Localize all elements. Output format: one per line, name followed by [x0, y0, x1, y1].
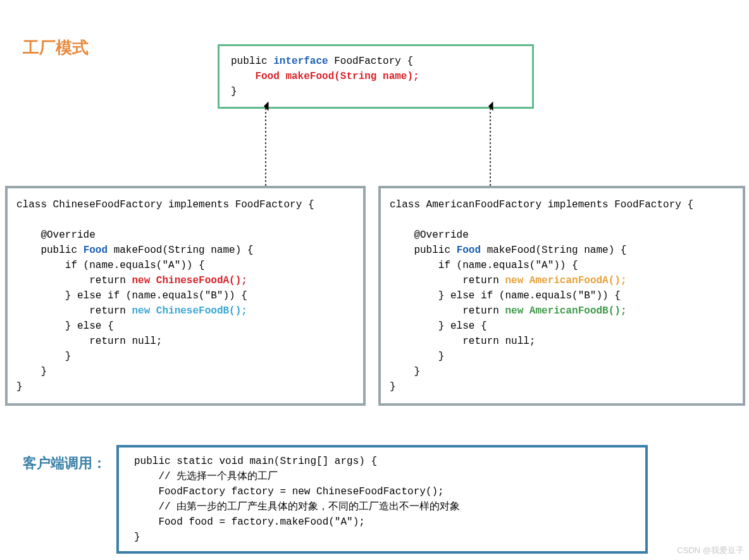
code: return: [16, 275, 132, 286]
class-american-a: AmericanFoodA();: [529, 275, 627, 286]
code: @Override: [390, 229, 469, 241]
code: } else {: [390, 320, 487, 332]
code: } else if (name.equals("B")) {: [16, 290, 247, 301]
code: // 由第一步的工厂产生具体的对象，不同的工厂造出不一样的对象: [134, 501, 460, 513]
code: FoodFactory factory = new ChineseFoodFac…: [134, 486, 444, 497]
code: }: [134, 532, 140, 543]
american-factory-box: class AmericanFoodFactory implements Foo…: [378, 186, 745, 406]
connector-right: [484, 101, 497, 187]
code: } else {: [16, 320, 114, 332]
code: }: [16, 381, 23, 393]
code: makeFood(String name) {: [108, 245, 253, 256]
code: } else if (name.equals("B")) {: [390, 290, 621, 301]
chinese-factory-box: class ChineseFoodFactory implements Food…: [5, 186, 366, 406]
watermark: CSDN @我爱豆子: [677, 544, 744, 557]
code: @Override: [16, 229, 96, 241]
kw-new: new: [505, 305, 523, 317]
class-american-b: AmericanFoodB();: [529, 305, 627, 317]
code: class ChineseFoodFactory implements Food…: [16, 199, 314, 210]
code: }: [16, 366, 47, 377]
code: }: [390, 366, 420, 377]
code: Food food = factory.makeFood("A");: [134, 516, 365, 528]
code: [150, 305, 156, 317]
code: [150, 275, 156, 286]
title-client: 客户端调用：: [23, 453, 106, 473]
code: if (name.equals("A")) {: [16, 260, 205, 271]
code: public: [231, 56, 273, 67]
title-main: 工厂模式: [23, 35, 89, 60]
interface-box: public interface FoodFactory { Food make…: [218, 44, 534, 109]
code: }: [390, 381, 396, 393]
code: class AmericanFoodFactory implements Foo…: [390, 199, 693, 210]
code: }: [16, 351, 71, 362]
code: FoodFactory {: [328, 56, 413, 67]
code: }: [231, 86, 237, 97]
code: return: [390, 275, 505, 286]
code: public static void main(String[] args) {: [134, 456, 377, 467]
code: return: [390, 305, 505, 317]
class-chinese-a: ChineseFoodA();: [156, 275, 247, 286]
code: return: [16, 305, 132, 317]
code: public: [16, 245, 84, 256]
code: [523, 305, 529, 317]
type-food: Food: [457, 245, 481, 256]
code: return null;: [390, 336, 535, 347]
kw-new: new: [505, 275, 523, 286]
code-indent: [231, 71, 255, 82]
code: makeFood(String name) {: [481, 245, 626, 256]
method-signature: Food makeFood(String name);: [255, 71, 419, 82]
client-box: public static void main(String[] args) {…: [116, 445, 648, 554]
class-chinese-b: ChineseFoodB();: [156, 305, 247, 317]
type-food: Food: [84, 245, 108, 256]
code: if (name.equals("A")) {: [390, 260, 578, 271]
connector-left: [259, 101, 272, 187]
code: public: [390, 245, 457, 256]
kw-new: new: [132, 275, 150, 286]
code: // 先选择一个具体的工厂: [134, 471, 278, 482]
keyword-interface: interface: [273, 56, 328, 67]
code: return null;: [16, 336, 162, 347]
code: }: [390, 351, 444, 362]
kw-new: new: [132, 305, 150, 317]
code: [523, 275, 529, 286]
